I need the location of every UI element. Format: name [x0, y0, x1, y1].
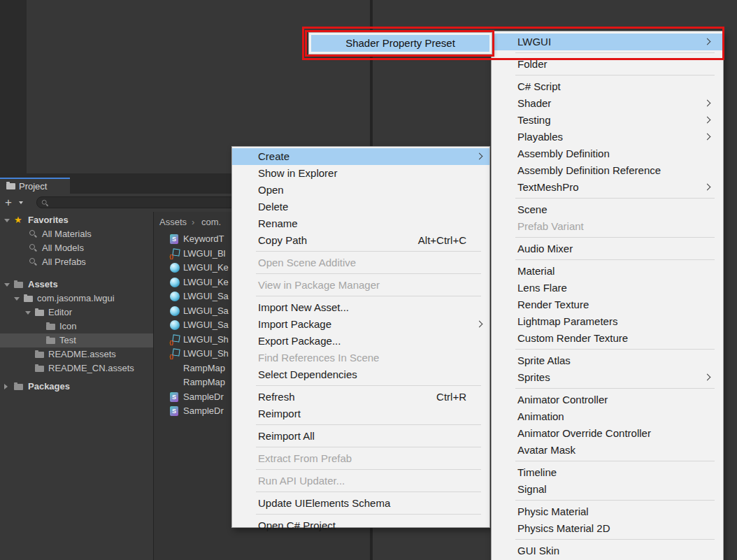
- menu-item-label: Open Scene Additive: [258, 257, 356, 268]
- menu-item-label: Playables: [517, 131, 563, 143]
- create-submenu: LWGUIFolderC# ScriptShaderTestingPlayabl…: [491, 31, 724, 560]
- expander-collapse-icon[interactable]: [25, 311, 31, 317]
- tree-item-readme-cn-assets[interactable]: README_CN.assets: [0, 361, 153, 375]
- tree-item-readme-assets[interactable]: README.assets: [0, 347, 153, 361]
- expander-expand-icon[interactable]: [4, 384, 10, 389]
- tree-item-icon[interactable]: Icon: [0, 320, 153, 333]
- menu-item-label: C# Script: [517, 80, 561, 92]
- breadcrumb-root[interactable]: Assets: [159, 215, 187, 229]
- menu-item-label: Custom Render Texture: [517, 332, 628, 344]
- menu-item-folder[interactable]: Folder: [492, 56, 723, 73]
- expander-collapse-icon[interactable]: [4, 219, 10, 225]
- expander-collapse-icon[interactable]: [4, 283, 10, 289]
- menu-item-label: Update UIElements Schema: [258, 497, 390, 509]
- menu-item-sprite-atlas[interactable]: Sprite Atlas: [492, 352, 723, 369]
- tree-item-all-materials[interactable]: All Materials: [0, 227, 153, 241]
- menu-item-lens-flare[interactable]: Lens Flare: [492, 280, 723, 296]
- menu-item-open[interactable]: Open: [232, 182, 489, 199]
- menu-item-render-texture[interactable]: Render Texture: [492, 296, 723, 313]
- menu-item-shader[interactable]: Shader: [492, 95, 723, 112]
- asset-item-label: LWGUI_Ke: [183, 261, 229, 275]
- menu-item-avatar-mask[interactable]: Avatar Mask: [492, 442, 723, 459]
- menu-item-physic-material[interactable]: Physic Material: [492, 503, 723, 520]
- menu-item-label: Create: [258, 150, 289, 162]
- menu-item-textmeshpro[interactable]: TextMeshPro: [492, 179, 723, 196]
- menu-item-custom-render-texture[interactable]: Custom Render Texture: [492, 330, 723, 347]
- menu-item-animator-override-controller[interactable]: Animator Override Controller: [492, 425, 723, 442]
- expander-collapse-icon[interactable]: [14, 297, 20, 303]
- menu-item-playables[interactable]: Playables: [492, 129, 723, 145]
- menu-item-shortcut: Alt+Ctrl+C: [418, 232, 466, 249]
- menu-item-animation[interactable]: Animation: [492, 408, 723, 425]
- menu-item-copy-path[interactable]: Copy PathAlt+Ctrl+C: [232, 232, 489, 249]
- tree-item-all-models[interactable]: All Models: [0, 241, 153, 255]
- menu-item-testing[interactable]: Testing: [492, 112, 723, 129]
- folder-open-icon: [35, 310, 44, 316]
- menu-item-create[interactable]: Create: [232, 148, 489, 165]
- menu-item-label: Assembly Definition Reference: [517, 164, 661, 176]
- menu-item-export-package[interactable]: Export Package...: [232, 333, 489, 350]
- menu-item-assembly-definition[interactable]: Assembly Definition: [492, 145, 723, 162]
- submenu-chevron-icon: [476, 321, 483, 328]
- menu-item-animator-controller[interactable]: Animator Controller: [492, 392, 723, 408]
- tree-item-label: Icon: [59, 320, 77, 333]
- add-asset-button[interactable]: +: [5, 195, 12, 210]
- menu-item-import-package[interactable]: Import Package: [232, 316, 489, 333]
- menu-item-open-c-project[interactable]: Open C# Project: [232, 517, 489, 534]
- menu-item-signal[interactable]: Signal: [492, 481, 723, 498]
- menu-item-label: Lens Flare: [517, 282, 567, 294]
- breadcrumb-current[interactable]: com.: [201, 215, 221, 229]
- menu-item-shader-property-preset[interactable]: Shader Property Preset: [311, 35, 489, 52]
- menu-item-rename[interactable]: Rename: [232, 215, 489, 232]
- menu-item-label: Rename: [258, 217, 298, 229]
- menu-item-delete[interactable]: Delete: [232, 199, 489, 215]
- menu-separator: [256, 273, 481, 274]
- menu-item-lightmap-parameters[interactable]: Lightmap Parameters: [492, 313, 723, 330]
- tree-item-assets[interactable]: Assets: [0, 278, 153, 292]
- menu-item-label: Open C# Project: [258, 519, 336, 531]
- menu-item-physics-material-2d[interactable]: Physics Material 2D: [492, 520, 723, 537]
- project-tree: ★FavoritesAll MaterialsAll ModelsAll Pre…: [0, 212, 153, 560]
- tab-project[interactable]: Project: [0, 178, 70, 194]
- menu-item-reimport[interactable]: Reimport: [232, 405, 489, 422]
- material-asset-icon: [170, 320, 180, 330]
- menu-item-show-in-explorer[interactable]: Show in Explorer: [232, 165, 489, 182]
- tree-item-favorites[interactable]: ★Favorites: [0, 213, 153, 227]
- menu-item-select-dependencies[interactable]: Select Dependencies: [232, 366, 489, 383]
- menu-item-sprites[interactable]: Sprites: [492, 369, 723, 386]
- menu-item-c-script[interactable]: C# Script: [492, 78, 723, 95]
- menu-separator: [256, 424, 481, 425]
- tree-item-editor[interactable]: Editor: [0, 306, 153, 320]
- star-icon: ★: [14, 213, 22, 227]
- menu-item-reimport-all[interactable]: Reimport All: [232, 428, 489, 445]
- menu-item-scene[interactable]: Scene: [492, 201, 723, 218]
- menu-item-import-new-asset[interactable]: Import New Asset...: [232, 299, 489, 316]
- tree-item-label: com.jasonma.lwgui: [37, 292, 115, 306]
- menu-item-label: GUI Skin: [517, 545, 559, 557]
- material-asset-icon: [170, 306, 180, 316]
- menu-item-update-uielements-schema[interactable]: Update UIElements Schema: [232, 495, 489, 512]
- submenu-chevron-icon: [704, 184, 711, 191]
- menu-item-label: Audio Mixer: [517, 243, 573, 254]
- add-asset-dropdown-caret-icon[interactable]: [19, 201, 23, 206]
- menu-item-audio-mixer[interactable]: Audio Mixer: [492, 240, 723, 257]
- menu-item-assembly-definition-reference[interactable]: Assembly Definition Reference: [492, 162, 723, 179]
- asset-item-label: LWGUI_Sh: [183, 347, 229, 361]
- asset-item-label: RampMap: [183, 361, 225, 375]
- tree-item-packages[interactable]: Packages: [0, 380, 153, 394]
- left-edge-strip: [0, 0, 27, 173]
- menu-item-label: Assembly Definition: [517, 148, 610, 159]
- menu-item-label: Extract From Prefab: [258, 452, 352, 464]
- material-asset-icon: [170, 292, 180, 301]
- tree-item-test[interactable]: Test: [0, 333, 153, 347]
- menu-item-lwgui[interactable]: LWGUI: [492, 34, 723, 50]
- menu-item-refresh[interactable]: RefreshCtrl+R: [232, 389, 489, 405]
- menu-separator: [256, 469, 481, 470]
- tree-item-all-prefabs[interactable]: All Prefabs: [0, 255, 153, 269]
- menu-item-label: Folder: [517, 58, 548, 70]
- menu-item-timeline[interactable]: Timeline: [492, 464, 723, 481]
- menu-item-material[interactable]: Material: [492, 263, 723, 280]
- tree-item-com-jasonma-lwgui[interactable]: com.jasonma.lwgui: [0, 292, 153, 306]
- menu-item-gui-skin[interactable]: GUI Skin: [492, 543, 723, 559]
- menu-item-prefab-variant: Prefab Variant: [492, 218, 723, 235]
